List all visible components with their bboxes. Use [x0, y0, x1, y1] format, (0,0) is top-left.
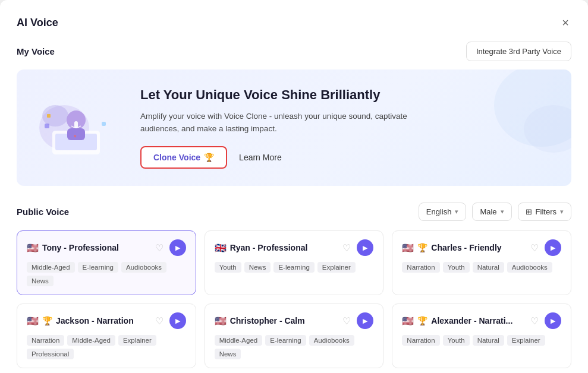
play-button[interactable]: ▶ — [545, 312, 561, 329]
voice-tags: Middle-AgedE-learningAudiobooksNews — [27, 262, 186, 286]
voice-tag: Natural — [473, 262, 504, 273]
play-button[interactable]: ▶ — [545, 239, 561, 256]
svg-point-1 — [42, 105, 68, 127]
banner-svg: ♥ — [37, 95, 115, 160]
voice-tag: E-learning — [265, 335, 306, 346]
gender-chevron-icon: ▾ — [501, 208, 504, 216]
learn-more-button[interactable]: Learn More — [237, 147, 284, 167]
favorite-button[interactable]: ♡ — [154, 314, 165, 328]
voices-grid: 🇺🇸 Tony - Professional ♡ ▶ Middle-AgedE-… — [17, 230, 571, 368]
voice-name: Charles - Friendly — [431, 243, 501, 252]
filter-icon: ⊞ — [526, 207, 532, 216]
svg-rect-8 — [47, 114, 51, 118]
gender-filter-dropdown[interactable]: Male ▾ — [472, 203, 511, 221]
voice-name: Ryan - Professional — [230, 243, 308, 252]
voice-tag: Audiobooks — [121, 262, 166, 273]
voice-name: Christopher - Calm — [230, 316, 305, 325]
language-chevron-icon: ▾ — [455, 208, 458, 216]
voice-name-row: 🇺🇸 Christopher - Calm — [215, 315, 305, 327]
voice-card-header: 🇬🇧 Ryan - Professional ♡ ▶ — [215, 239, 374, 256]
voice-tag: Audiobooks — [309, 335, 354, 346]
voice-tag: E-learning — [273, 262, 314, 273]
close-button[interactable]: × — [559, 14, 571, 31]
flag-icon: 🇺🇸 — [402, 242, 414, 254]
play-button[interactable]: ▶ — [169, 312, 186, 329]
voice-card[interactable]: 🇺🇸 Tony - Professional ♡ ▶ Middle-AgedE-… — [17, 230, 196, 295]
voice-card-header: 🇺🇸 🏆 Alexander - Narrati... ♡ ▶ — [402, 312, 561, 329]
svg-text:♥: ♥ — [74, 134, 77, 139]
integrate-3rd-party-button[interactable]: Integrate 3rd Party Voice — [466, 42, 571, 61]
clone-voice-button[interactable]: Clone Voice 🏆 — [140, 146, 227, 169]
svg-rect-7 — [45, 124, 49, 128]
voice-tag: Audiobooks — [507, 262, 552, 273]
favorite-button[interactable]: ♡ — [341, 314, 352, 328]
voice-card[interactable]: 🇺🇸 🏆 Jackson - Narration ♡ ▶ NarrationMi… — [17, 304, 196, 368]
banner-actions: Clone Voice 🏆 Learn More — [140, 146, 550, 169]
voice-tags: NarrationMiddle-AgedExplainerProfessiona… — [27, 335, 186, 359]
voice-tag: Youth — [215, 262, 241, 273]
voice-card-actions: ♡ ▶ — [154, 239, 186, 256]
favorite-button[interactable]: ♡ — [529, 241, 540, 255]
premium-icon: 🏆 — [417, 316, 427, 325]
language-filter-value: English — [426, 207, 452, 216]
filters-row: English ▾ Male ▾ ⊞ Filters ▾ — [419, 203, 571, 221]
flag-icon: 🇺🇸 — [402, 315, 414, 327]
voice-tag: Middle-Aged — [27, 262, 75, 273]
voice-name-row: 🇺🇸 🏆 Jackson - Narration — [27, 315, 134, 327]
premium-icon: 🏆 — [42, 316, 52, 325]
flag-icon: 🇺🇸 — [27, 242, 39, 254]
voice-card-actions: ♡ ▶ — [529, 312, 561, 329]
public-voice-header: Public Voice English ▾ Male ▾ ⊞ Filters … — [17, 203, 571, 221]
banner-illustration: ♥ — [17, 86, 136, 169]
banner-content: Let Your Unique Voice Shine Brilliantly … — [140, 87, 550, 169]
my-voice-title: My Voice — [17, 46, 55, 56]
voice-tag: Middle-Aged — [215, 335, 263, 346]
voice-name: Alexander - Narrati... — [431, 316, 512, 325]
voice-name-row: 🇺🇸 Tony - Professional — [27, 242, 119, 254]
voice-tag: Professional — [27, 349, 74, 359]
voice-card-actions: ♡ ▶ — [341, 239, 373, 256]
voice-card[interactable]: 🇬🇧 Ryan - Professional ♡ ▶ YouthNewsE-le… — [205, 230, 384, 295]
voice-card-header: 🇺🇸 🏆 Charles - Friendly ♡ ▶ — [402, 239, 561, 256]
filters-dropdown[interactable]: ⊞ Filters ▾ — [518, 203, 571, 221]
voice-card-header: 🇺🇸 🏆 Jackson - Narration ♡ ▶ — [27, 312, 186, 329]
play-button[interactable]: ▶ — [357, 312, 373, 329]
gender-filter-value: Male — [480, 207, 496, 216]
voice-name: Tony - Professional — [42, 243, 119, 252]
voice-tag: Explainer — [118, 335, 156, 346]
banner-description: Amplify your voice with Voice Clone - un… — [140, 110, 438, 135]
voice-card[interactable]: 🇺🇸 Christopher - Calm ♡ ▶ Middle-AgedE-l… — [205, 304, 384, 368]
banner-title: Let Your Unique Voice Shine Brilliantly — [140, 87, 550, 104]
premium-icon: 🏆 — [417, 243, 427, 252]
ai-voice-modal: AI Voice × My Voice Integrate 3rd Party … — [0, 0, 588, 373]
voice-card[interactable]: 🇺🇸 🏆 Charles - Friendly ♡ ▶ NarrationYou… — [392, 230, 571, 295]
voice-tags: NarrationYouthNaturalExplainer — [402, 335, 561, 346]
language-filter-dropdown[interactable]: English ▾ — [419, 203, 467, 221]
voice-tag: Middle-Aged — [67, 335, 115, 346]
favorite-button[interactable]: ♡ — [529, 314, 540, 328]
voice-card-actions: ♡ ▶ — [529, 239, 561, 256]
voice-name: Jackson - Narration — [56, 316, 134, 325]
svg-rect-9 — [102, 122, 106, 126]
voice-tag: E-learning — [78, 262, 118, 273]
flag-icon: 🇺🇸 — [27, 315, 39, 327]
voice-tags: YouthNewsE-learningExplainer — [215, 262, 374, 273]
voice-tag: News — [244, 262, 271, 273]
voice-tag: News — [27, 276, 54, 286]
voice-tags: Middle-AgedE-learningAudiobooksNews — [215, 335, 374, 359]
favorite-button[interactable]: ♡ — [341, 241, 352, 255]
voice-card[interactable]: 🇺🇸 🏆 Alexander - Narrati... ♡ ▶ Narratio… — [392, 304, 571, 368]
favorite-button[interactable]: ♡ — [154, 241, 165, 255]
modal-title: AI Voice — [17, 17, 58, 29]
voice-tag: Explainer — [317, 262, 356, 273]
voice-tag: News — [215, 349, 241, 359]
my-voice-section-header: My Voice Integrate 3rd Party Voice — [17, 42, 571, 61]
public-voice-title: Public Voice — [17, 207, 69, 217]
voice-tag: Narration — [27, 335, 64, 346]
play-button[interactable]: ▶ — [169, 239, 186, 256]
voice-tag: Natural — [473, 335, 504, 346]
voice-tag: Youth — [443, 262, 470, 273]
crown-icon: 🏆 — [204, 153, 214, 162]
play-button[interactable]: ▶ — [357, 239, 373, 256]
voice-tag: Explainer — [507, 335, 545, 346]
